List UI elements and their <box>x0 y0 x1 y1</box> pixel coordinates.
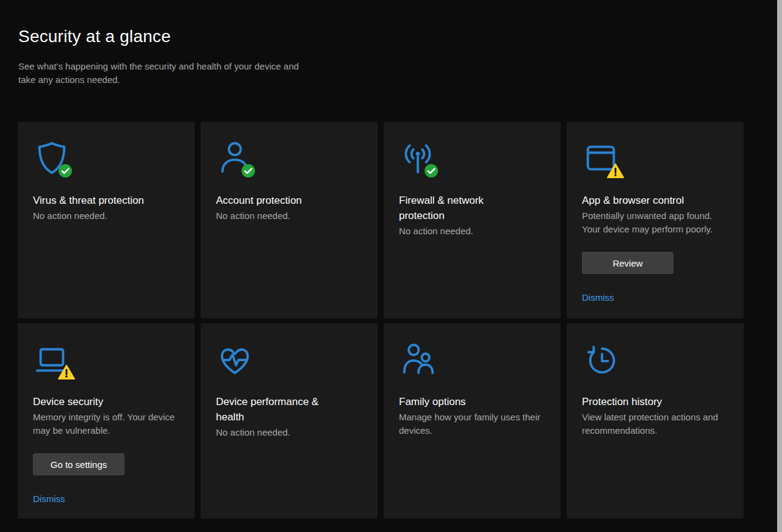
card-title: Account protection <box>216 193 302 208</box>
history-icon <box>582 340 620 378</box>
status-warning-badge <box>58 364 75 380</box>
card-icon-wrap <box>33 340 71 378</box>
card-title: Firewall & network protection <box>399 193 532 223</box>
card-description: No action needed. <box>216 426 290 439</box>
status-ok-badge <box>424 164 439 178</box>
card-title: App & browser control <box>582 193 684 208</box>
card-firewall-network-protection[interactable]: Firewall & network protection No action … <box>384 122 561 318</box>
card-account-protection[interactable]: Account protection No action needed. <box>201 122 378 318</box>
card-icon-wrap <box>582 139 620 177</box>
card-app-browser-control[interactable]: App & browser control Potentially unwant… <box>567 122 744 318</box>
card-title: Device security <box>33 394 103 409</box>
scrollbar[interactable] <box>777 0 782 532</box>
card-protection-history[interactable]: Protection history View latest protectio… <box>567 323 744 519</box>
card-description: Potentially unwanted app found. Your dev… <box>582 209 729 236</box>
card-family-options[interactable]: Family options Manage how your family us… <box>384 323 561 519</box>
card-icon-wrap <box>399 340 437 378</box>
heart-pulse-icon <box>216 340 254 378</box>
page-subtitle: See what's happening with the security a… <box>18 60 310 87</box>
card-icon-wrap <box>399 139 437 177</box>
card-description: Memory integrity is off. Your device may… <box>33 411 180 437</box>
card-icon-wrap <box>582 340 620 378</box>
card-title: Protection history <box>582 394 662 409</box>
card-device-security[interactable]: Device security Memory integrity is off.… <box>18 323 195 519</box>
card-virus-threat-protection[interactable]: Virus & threat protection No action need… <box>18 122 195 318</box>
card-description: No action needed. <box>399 225 473 238</box>
page-title: Security at a glance <box>18 27 171 46</box>
card-title: Device performance & health <box>216 394 349 425</box>
status-ok-badge <box>241 164 256 178</box>
windows-security-page: Security at a glance See what's happenin… <box>0 0 782 532</box>
card-description: No action needed. <box>216 209 290 223</box>
scrollbar-thumb[interactable] <box>777 0 782 532</box>
card-icon-wrap <box>33 139 71 177</box>
card-action-button[interactable]: Go to settings <box>33 453 124 475</box>
card-title: Virus & threat protection <box>33 193 144 208</box>
card-title: Family options <box>399 394 466 409</box>
card-device-performance-health[interactable]: Device performance & health No action ne… <box>201 323 378 519</box>
card-icon-wrap <box>216 139 254 177</box>
status-ok-badge <box>58 164 73 178</box>
card-description: View latest protection actions and recom… <box>582 411 729 437</box>
security-cards-grid: Virus & threat protection No action need… <box>18 122 744 519</box>
status-warning-badge <box>607 163 624 179</box>
card-description: No action needed. <box>33 209 107 223</box>
family-icon <box>399 340 437 378</box>
card-description: Manage how your family uses their device… <box>399 411 546 437</box>
dismiss-link[interactable]: Dismiss <box>582 292 614 303</box>
dismiss-link[interactable]: Dismiss <box>33 494 65 504</box>
card-icon-wrap <box>216 340 254 378</box>
card-action-button[interactable]: Review <box>582 252 673 274</box>
